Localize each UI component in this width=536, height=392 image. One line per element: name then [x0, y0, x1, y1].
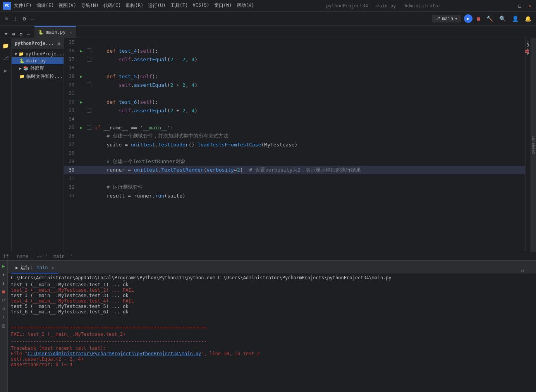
code-lines-container: 15 16 ▶ def test_4(self): 17 — [64, 38, 525, 252]
bottom-panel: ▶ ↑ ↓ ■ ⟳ ⚙ ⬇ 🗑 ▶ 运行: main ✕ ⚙ — — [0, 260, 536, 392]
run-command-path: C:\Users\Administrator\AppData\Local\Pro… — [11, 275, 533, 280]
run-ctrl-scroll-end[interactable]: ⬇ — [2, 314, 6, 321]
search-everywhere-icon[interactable]: 🔍 — [498, 15, 507, 22]
main-toolbar: ≡ ⋮ ⚙ — ⎇ main ▾ ▶ ■ 🔨 🔍 👤 🔔 — [0, 12, 536, 26]
run-ctrl-up[interactable]: ↑ — [2, 271, 6, 278]
sidebar-run-icon[interactable]: ▶ — [2, 66, 9, 75]
code-editor[interactable]: 15 16 ▶ def test_4(self): 17 — [64, 38, 536, 252]
bottom-tab-run[interactable]: ▶ 运行: main ✕ — [11, 263, 58, 273]
code-line-31: 31 — [64, 174, 525, 183]
window-controls[interactable]: — □ ✕ — [507, 3, 533, 9]
run-ctrl-play[interactable]: ▶ — [2, 263, 6, 270]
menu-bar[interactable]: 文件(F) 编辑(E) 视图(V) 导航(N) 代码(C) 重构(R) 运行(U… — [14, 2, 260, 9]
tab-bar-menu-icon[interactable]: ≡ — [3, 31, 9, 38]
project-panel: pythonProje... ⚙ ▼ 📁 pythonProje... 🐍 ma… — [12, 38, 64, 252]
panel-hide-icon[interactable]: — — [527, 268, 530, 273]
menu-refactor[interactable]: 重构(R) — [125, 2, 143, 9]
output-traceback-file: File "C:\Users\Administrator\PycharmProj… — [11, 351, 533, 356]
editor-right-gutter: ⚠ 3 ∧ ∨ — [525, 38, 531, 252]
tab-bar-config-icon[interactable]: ⚙ — [18, 31, 24, 38]
branch-dropdown-icon: ▾ — [455, 16, 457, 21]
menu-run[interactable]: 运行(U) — [148, 2, 166, 9]
editor-tab-main[interactable]: 🐍 main.py ✕ — [34, 26, 76, 38]
run-line-19[interactable]: ▶ — [80, 74, 82, 79]
menu-file[interactable]: 文件(F) — [14, 2, 32, 9]
minimize-button[interactable]: — — [507, 3, 513, 9]
tab-bar-layout-icon[interactable]: ⊞ — [10, 31, 16, 38]
code-line-22: 22 ▶ def test_6(self): — [64, 98, 525, 106]
menu-edit[interactable]: 编辑(E) — [36, 2, 54, 9]
run-ctrl-rerun[interactable]: ⟳ — [1, 297, 7, 304]
toolbar-structure-icon[interactable]: ⋮ — [11, 15, 19, 22]
panel-main: ▶ 运行: main ✕ ⚙ — C:\Users\Administrator\… — [8, 261, 536, 392]
panel-settings-icon[interactable]: ⚙ — [521, 268, 524, 273]
tab-bar-minimize-icon[interactable]: — — [26, 31, 31, 38]
menu-navigate[interactable]: 导航(N) — [81, 2, 99, 9]
bottom-tab-close[interactable]: ✕ — [52, 266, 54, 270]
code-line-20: 20 self.assertEqual(2 + 2, 4) — [64, 81, 525, 89]
run-ctrl-stop[interactable]: ■ — [2, 288, 6, 295]
run-ctrl-trash[interactable]: 🗑 — [1, 322, 7, 329]
toolbar-settings-icon[interactable]: ⚙ — [21, 15, 27, 22]
sidebar-project-icon[interactable]: 📁 — [1, 41, 10, 50]
code-line-18: 18 — [64, 64, 525, 72]
run-ctrl-down[interactable]: ↓ — [2, 280, 6, 287]
codegeeex-sidebar[interactable]: CodeGeeX — [531, 38, 536, 252]
run-line-22[interactable]: ▶ — [80, 100, 82, 104]
run-line-25[interactable]: ▶ — [80, 126, 82, 130]
output-traceback-header: Traceback (most recent call last): — [11, 346, 533, 351]
bottom-tab-run-label: 运行: — [21, 265, 33, 271]
output-traceback-code: self.assertEqual(2 - 2, 4) — [11, 356, 533, 362]
tree-item-temp[interactable]: 📁 临时文件和控... — [12, 72, 64, 81]
menu-code[interactable]: 代码(C) — [103, 2, 121, 9]
bookmark-25 — [87, 125, 91, 130]
app-logo: PC — [3, 2, 11, 10]
tab-close-button[interactable]: ✕ — [70, 30, 72, 34]
menu-window[interactable]: 窗口(W) — [214, 2, 232, 9]
menu-vcs[interactable]: VCS(S) — [193, 2, 210, 9]
breadcrumb-text: if __name__ == '__main__' — [3, 254, 73, 259]
output-sep1: ========================================… — [11, 325, 533, 330]
bottom-tab-run-file: main — [36, 265, 48, 270]
code-line-30: 30 runner = unittest.TextTestRunner(verb… — [64, 166, 525, 174]
run-ctrl-settings[interactable]: ⚙ — [2, 305, 6, 312]
tree-arrow-project: ▼ — [15, 52, 17, 56]
stop-button[interactable]: ■ — [476, 15, 482, 22]
tree-item-main[interactable]: 🐍 main.py — [12, 57, 64, 64]
profile-icon[interactable]: 👤 — [510, 15, 520, 22]
run-icon: ▶ — [467, 16, 469, 21]
code-line-27: 27 suite = unittest.TestLoader().loadTes… — [64, 140, 525, 149]
error-marker-1 — [525, 50, 529, 51]
run-button[interactable]: ▶ — [464, 14, 472, 23]
editor-tab-bar: ≡ ⊞ ⚙ — 🐍 main.py ✕ — [0, 26, 536, 38]
branch-icon: ⎇ — [435, 16, 440, 21]
run-controls-sidebar: ▶ ↑ ↓ ■ ⟳ ⚙ ⬇ 🗑 — [0, 261, 8, 392]
bottom-tab-bar: ▶ 运行: main ✕ ⚙ — — [8, 261, 536, 273]
build-button[interactable]: 🔨 — [485, 15, 495, 22]
project-settings-icon[interactable]: ⚙ — [58, 41, 60, 46]
error-marker-2 — [525, 52, 529, 53]
tree-item-project[interactable]: ▼ 📁 pythonProje... — [12, 50, 64, 57]
warning-badge: ⚠ 3 ∧ ∨ — [525, 38, 531, 57]
toolbar-collapse-icon[interactable]: — — [29, 15, 35, 22]
bookmark-23 — [87, 108, 91, 113]
menu-help[interactable]: 帮助(H) — [237, 2, 254, 9]
close-button[interactable]: ✕ — [527, 3, 533, 9]
toolbar-menu-icon[interactable]: ≡ — [3, 15, 9, 22]
output-fail-header: FAIL: test_2 (__main__.MyTestcase.test_2… — [11, 332, 533, 337]
sidebar-vcs-icon[interactable]: ⎇ — [1, 53, 10, 63]
output-test5: test_5 (__main__.MyTestcase.test_5) ... … — [11, 304, 533, 309]
menu-tools[interactable]: 工具(T) — [170, 2, 188, 9]
notifications-icon[interactable]: 🔔 — [523, 15, 533, 22]
maximize-button[interactable]: □ — [517, 3, 523, 9]
tree-python-icon: 🐍 — [19, 58, 25, 64]
menu-view[interactable]: 视图(V) — [58, 2, 76, 9]
run-line-16[interactable]: ▶ — [80, 49, 82, 53]
output-test6: test_6 (__main__.MyTestcase.test_6) ... … — [11, 309, 533, 315]
tree-label-temp: 临时文件和控... — [26, 73, 63, 80]
bookmark-17 — [87, 57, 91, 62]
project-header-icons: ⚙ — [58, 41, 60, 46]
traceback-link[interactable]: C:\Users\Administrator\PycharmProjects\p… — [27, 351, 201, 356]
tree-item-libs[interactable]: ▶ 📚 外部库 — [12, 64, 64, 72]
branch-selector[interactable]: ⎇ main ▾ — [432, 15, 460, 22]
